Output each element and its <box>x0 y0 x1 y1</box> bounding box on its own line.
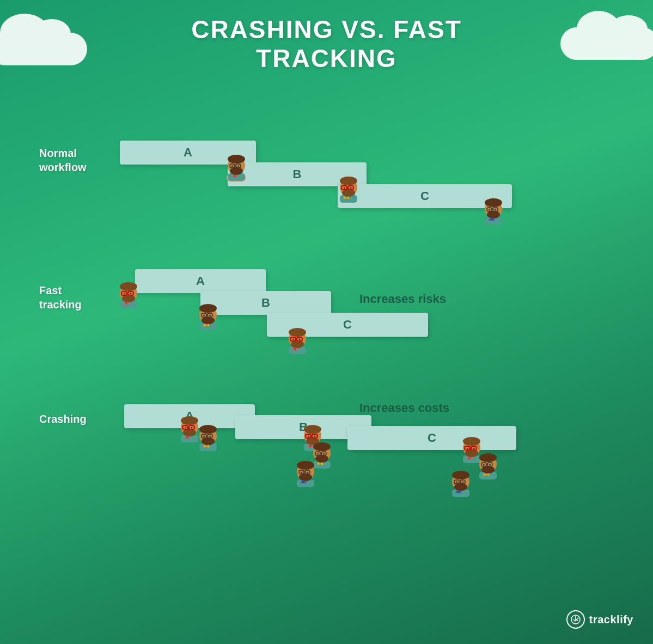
svg-point-156 <box>489 464 491 466</box>
svg-point-136 <box>468 457 471 459</box>
svg-point-96 <box>209 436 211 438</box>
svg-point-83 <box>185 427 186 429</box>
avatar-normal-a <box>222 148 251 182</box>
avatar-fast-c <box>283 321 312 355</box>
svg-point-160 <box>457 491 460 493</box>
avatar-normal-b <box>334 170 363 204</box>
svg-point-168 <box>462 482 463 483</box>
svg-point-40 <box>125 302 127 305</box>
svg-point-12 <box>237 166 239 167</box>
svg-point-66 <box>289 328 306 337</box>
svg-point-124 <box>302 481 304 483</box>
svg-point-90 <box>199 425 217 434</box>
svg-point-132 <box>307 472 308 473</box>
svg-point-148 <box>485 473 487 476</box>
svg-point-167 <box>456 482 457 483</box>
svg-point-48 <box>130 293 132 295</box>
svg-point-35 <box>489 209 490 211</box>
svg-point-143 <box>467 448 468 449</box>
svg-point-6 <box>228 155 245 163</box>
svg-point-150 <box>479 453 497 462</box>
tracklify-logo: tracklify <box>566 610 633 629</box>
tracklify-icon <box>566 610 585 629</box>
svg-point-120 <box>323 453 325 455</box>
svg-point-42 <box>120 282 137 291</box>
svg-point-72 <box>299 339 301 341</box>
svg-point-155 <box>483 464 485 466</box>
svg-point-71 <box>292 339 294 341</box>
tracklify-text: tracklify <box>589 613 633 626</box>
svg-point-64 <box>294 348 296 350</box>
svg-point-88 <box>205 445 208 447</box>
crashing-label: Crashing <box>39 412 87 426</box>
svg-point-28 <box>491 218 493 221</box>
svg-point-114 <box>313 442 331 451</box>
svg-point-76 <box>186 436 188 439</box>
svg-point-30 <box>485 198 502 207</box>
svg-point-54 <box>199 304 217 313</box>
avatar-fast-b <box>194 297 222 331</box>
svg-point-84 <box>191 427 193 429</box>
fast-bar-a: A <box>135 269 266 293</box>
svg-point-52 <box>205 324 208 326</box>
svg-point-23 <box>344 187 345 189</box>
svg-point-138 <box>463 437 480 446</box>
svg-point-162 <box>452 471 469 479</box>
svg-point-16 <box>345 197 347 199</box>
fast-annotation: Increases risks <box>359 292 446 306</box>
avatar-crash-a2 <box>194 418 222 452</box>
page-title: CRASHING VS. FAST TRACKING <box>0 15 653 73</box>
svg-point-18 <box>340 177 357 185</box>
svg-point-24 <box>350 187 352 189</box>
svg-point-126 <box>297 461 314 470</box>
avatar-fast-a-start <box>114 276 143 309</box>
svg-point-131 <box>301 472 302 473</box>
svg-point-59 <box>203 315 205 317</box>
avatar-crash-c2 <box>474 447 502 481</box>
fast-tracking-label: Fasttracking <box>39 283 82 312</box>
svg-point-4 <box>234 175 236 177</box>
app-container: CRASHING VS. FAST TRACKING Normalworkflo… <box>0 0 653 644</box>
avatar-crash-b3 <box>291 454 320 488</box>
svg-point-11 <box>231 166 233 167</box>
crashing-annotation: Increases costs <box>359 401 449 415</box>
avatar-normal-c <box>479 192 508 226</box>
normal-workflow-label: Normalworkflow <box>39 146 87 174</box>
svg-point-95 <box>203 436 205 438</box>
svg-point-47 <box>124 293 125 295</box>
svg-point-36 <box>495 209 496 211</box>
avatar-crash-c3 <box>447 464 475 498</box>
svg-point-102 <box>304 425 321 434</box>
svg-point-60 <box>209 315 211 317</box>
